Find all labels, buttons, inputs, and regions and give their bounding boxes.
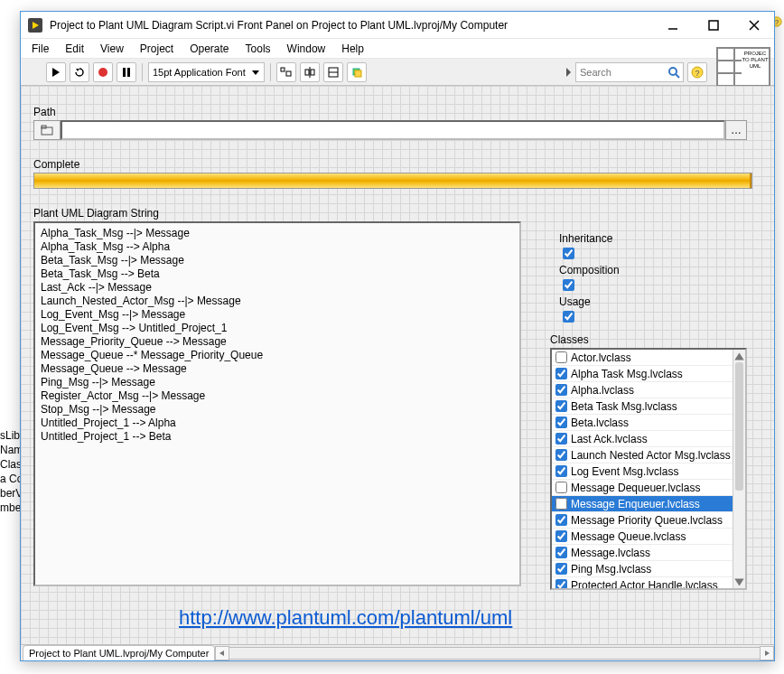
context-help-button[interactable]: ? <box>687 62 707 82</box>
reorder-button[interactable] <box>347 62 367 82</box>
chevron-down-icon <box>251 68 260 77</box>
svg-rect-12 <box>127 68 130 77</box>
usage-checkbox[interactable] <box>563 311 574 323</box>
resize-objects-button[interactable] <box>323 62 343 82</box>
connector-pane[interactable]: PROJEC TO PLANT UML <box>716 47 770 87</box>
menu-help[interactable]: Help <box>334 41 371 57</box>
menu-window[interactable]: Window <box>280 41 333 57</box>
classes-row[interactable]: Message.lvclass <box>552 545 733 561</box>
options-group: Inheritance Composition Usage <box>559 230 620 327</box>
menu-project[interactable]: Project <box>133 41 181 57</box>
class-label: Message Priority Queue.lvclass <box>571 514 723 527</box>
classes-listbox[interactable]: Actor.lvclassAlpha Task Msg.lvclassAlpha… <box>550 348 747 590</box>
class-checkbox[interactable] <box>555 433 567 445</box>
classes-row[interactable]: Beta.lvclass <box>552 415 733 431</box>
scroll-up-icon[interactable] <box>733 350 745 362</box>
close-button[interactable] <box>733 12 774 39</box>
classes-row[interactable]: Message Enqueuer.lvclass <box>552 496 733 512</box>
uml-line: Untitled_Project_1 --> Beta <box>41 430 514 444</box>
minimize-button[interactable] <box>652 12 693 39</box>
classes-row[interactable]: Message Dequeuer.lvclass <box>552 480 733 496</box>
class-checkbox[interactable] <box>555 563 567 575</box>
class-checkbox[interactable] <box>555 368 567 379</box>
classes-row[interactable]: Beta Task Msg.lvclass <box>552 398 733 415</box>
uml-line: Log_Event_Msg --|> Message <box>41 308 514 322</box>
svg-rect-22 <box>355 70 361 77</box>
svg-marker-8 <box>52 68 60 77</box>
path-input[interactable] <box>61 120 725 140</box>
classes-row[interactable]: Alpha Task Msg.lvclass <box>552 366 733 382</box>
uml-string-content: Alpha_Task_Msg --|> MessageAlpha_Task_Ms… <box>41 227 514 444</box>
project-tab[interactable]: Project to Plant UML.lvproj/My Computer <box>23 645 215 660</box>
classes-row[interactable]: Protected Actor Handle.lvclass <box>552 577 733 588</box>
class-checkbox[interactable] <box>555 449 567 461</box>
svg-rect-11 <box>123 68 126 77</box>
run-continuously-button[interactable] <box>70 62 89 82</box>
plantuml-link[interactable]: http://www.plantuml.com/plantuml/uml <box>179 606 512 630</box>
class-checkbox[interactable] <box>555 498 567 510</box>
horizontal-scrollbar[interactable] <box>215 646 774 660</box>
abort-button[interactable] <box>93 62 113 82</box>
scroll-right-icon[interactable] <box>760 646 774 660</box>
svg-marker-13 <box>252 70 259 75</box>
menu-view[interactable]: View <box>93 41 131 57</box>
uml-line: Message_Queue --> Message <box>41 362 514 376</box>
classes-row[interactable]: Message Queue.lvclass <box>552 529 733 545</box>
classes-row[interactable]: Last Ack.lvclass <box>552 431 733 447</box>
class-label: Beta.lvclass <box>571 417 629 429</box>
classes-row[interactable]: Message Priority Queue.lvclass <box>552 512 733 529</box>
complete-label: Complete <box>33 158 79 171</box>
svg-marker-32 <box>734 352 743 360</box>
path-label: Path <box>33 106 56 118</box>
run-button[interactable] <box>46 62 66 82</box>
class-checkbox[interactable] <box>555 384 567 396</box>
maximize-button[interactable] <box>693 12 733 39</box>
classes-row[interactable]: Actor.lvclass <box>552 350 733 366</box>
class-checkbox[interactable] <box>555 530 567 542</box>
vi-icon-label: PROJEC TO PLANT UML <box>742 49 769 85</box>
path-type-button[interactable] <box>33 120 61 140</box>
menu-edit[interactable]: Edit <box>58 41 91 57</box>
class-checkbox[interactable] <box>555 482 567 493</box>
class-checkbox[interactable] <box>555 465 567 477</box>
classes-row[interactable]: Launch Nested Actor Msg.lvclass <box>552 447 733 463</box>
uml-line: Alpha_Task_Msg --> Alpha <box>41 240 514 254</box>
inheritance-checkbox[interactable] <box>563 248 574 259</box>
class-checkbox[interactable] <box>555 417 567 428</box>
svg-marker-23 <box>566 68 571 77</box>
align-objects-button[interactable] <box>276 62 296 82</box>
toolbar: 15pt Application Font ? PROJEC TO PLANT … <box>21 59 774 86</box>
scroll-down-icon[interactable] <box>733 576 745 588</box>
front-panel[interactable]: Path … Complete Plant UML Diagram String… <box>21 86 774 644</box>
classes-row[interactable]: Alpha.lvclass <box>552 382 733 398</box>
classes-scrollbar[interactable] <box>733 350 745 588</box>
menu-tools[interactable]: Tools <box>238 41 278 57</box>
uml-string-textarea[interactable]: Alpha_Task_Msg --|> MessageAlpha_Task_Ms… <box>33 221 521 586</box>
distribute-objects-button[interactable] <box>300 62 320 82</box>
uml-line: Launch_Nested_Actor_Msg --|> Message <box>41 295 514 308</box>
svg-rect-17 <box>305 70 309 75</box>
composition-checkbox[interactable] <box>563 279 574 291</box>
class-label: Alpha Task Msg.lvclass <box>571 368 683 380</box>
uml-line: Alpha_Task_Msg --|> Message <box>41 227 514 240</box>
class-checkbox[interactable] <box>555 514 567 526</box>
pause-button[interactable] <box>117 62 136 82</box>
class-checkbox[interactable] <box>555 400 567 412</box>
path-browse-button[interactable]: … <box>725 120 747 140</box>
svg-rect-18 <box>311 70 314 75</box>
font-label: 15pt Application Font <box>153 67 246 78</box>
menu-operate[interactable]: Operate <box>182 41 236 57</box>
scroll-left-icon[interactable] <box>215 646 229 660</box>
class-checkbox[interactable] <box>555 547 567 558</box>
scroll-thumb[interactable] <box>735 362 743 491</box>
class-checkbox[interactable] <box>555 579 567 588</box>
classes-row[interactable]: Log Event Msg.lvclass <box>552 463 733 480</box>
font-selector[interactable]: 15pt Application Font <box>148 62 265 82</box>
svg-marker-9 <box>76 69 79 71</box>
class-checkbox[interactable] <box>555 351 567 363</box>
menu-file[interactable]: File <box>24 41 56 57</box>
svg-marker-34 <box>219 651 224 656</box>
search-icon[interactable] <box>667 66 680 79</box>
svg-text:?: ? <box>695 69 699 78</box>
classes-row[interactable]: Ping Msg.lvclass <box>552 561 733 577</box>
